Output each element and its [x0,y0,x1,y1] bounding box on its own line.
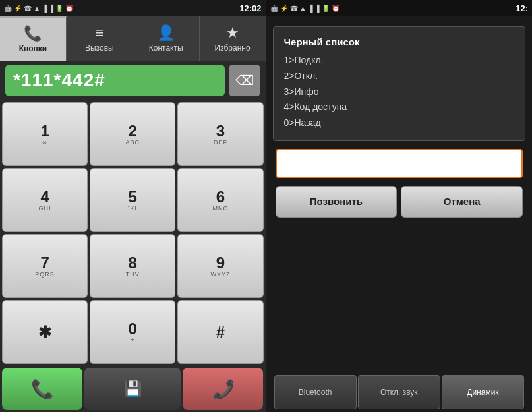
contacts-icon: 👤 [157,24,175,42]
key-sub-letters: ABC [125,139,140,146]
key-main-digit: 9 [216,255,225,271]
mute-button[interactable]: Откл. звук [358,375,440,409]
signal2-icon: ▐ [49,5,53,12]
tab-calls-label: Вызовы [85,44,114,53]
key-main-digit: 3 [216,123,225,139]
call-green-button[interactable]: 📞 [2,368,82,410]
alarm-icon: ⏰ [65,5,73,12]
tab-favorites-label: Избранно [214,44,250,53]
wifi-icon: ▲ [34,5,40,12]
keypad: 1∞2ABC3DEF4GHI5JKL6MNO7PQRS8TUV9WXYZ✱0+# [0,100,266,366]
key-sub-letters: TUV [126,271,140,278]
key-8-button[interactable]: 8TUV [90,234,175,298]
tab-calls[interactable]: ≡ Вызовы [67,16,133,61]
android-icon-r: 🤖 [270,5,278,12]
key-star-button[interactable]: ✱ [2,300,88,364]
dialog-item-2: 2>Откл. [284,69,515,84]
favorites-icon: ★ [226,24,239,42]
call-red-icon: 📞 [212,378,235,400]
key-main-digit: 0 [129,321,137,337]
key-sub-letters: MNO [212,205,228,212]
tab-bar: 📞 Кнопки ≡ Вызовы 👤 Контакты ★ Избранно [0,16,266,61]
tab-contacts-label: Контакты [149,44,183,53]
call-green-icon: 📞 [31,378,54,400]
dialog-item-4: 4>Код доступа [284,100,515,115]
key-sub-letters: WXYZ [210,271,230,278]
key-sub-letters: DEF [214,139,227,146]
alarm-icon-r: ⏰ [332,5,340,12]
dial-display[interactable]: *111*442# [5,65,225,96]
status-icons-left: 🤖 ⚡ ☎ ▲ ▐ ▐ 🔋 ⏰ [4,5,73,12]
key-sub-letters: ∞ [42,139,47,146]
dialog-area: Черный список 1>Подкл. 2>Откл. 3>Инфо 4>… [266,16,533,412]
status-icons-right: 🤖 ⚡ ☎ ▲ ▐ ▐ 🔋 ⏰ [270,5,340,12]
key-7-button[interactable]: 7PQRS [2,234,88,298]
save-icon: 💾 [124,380,142,397]
key-sub-letters: GHI [39,205,51,212]
key-sub-letters: PQRS [35,271,55,278]
signal1-icon-r: ▐ [308,5,312,12]
tab-keys-label: Кнопки [19,44,47,53]
tab-contacts[interactable]: 👤 Контакты [133,16,200,61]
bluetooth-button[interactable]: Bluetooth [274,375,357,409]
key-sub-letters: + [131,337,134,343]
key-sub-letters: JKL [127,205,139,212]
key-1-button[interactable]: 1∞ [2,102,88,166]
left-panel: 🤖 ⚡ ☎ ▲ ▐ ▐ 🔋 ⏰ 12:02 📞 Кнопки ≡ Вызовы … [0,0,266,412]
dialog-item-1: 1>Подкл. [284,53,515,69]
battery-icon: 🔋 [55,5,63,12]
key-0-button[interactable]: 0+ [90,300,175,364]
keys-icon: 📞 [24,25,42,42]
phone-icon: ☎ [24,5,32,12]
save-button[interactable]: 💾 [84,368,181,410]
dialog-item-3: 3>Инфо [284,84,515,100]
key-main-digit: 5 [129,189,137,205]
status-bar-left: 🤖 ⚡ ☎ ▲ ▐ ▐ 🔋 ⏰ 12:02 [0,0,266,16]
status-time-right: 12: [516,3,528,13]
ussd-input-field[interactable] [276,149,523,178]
audio-options-row: Bluetooth Откл. звук Динамик [273,375,526,412]
key-main-digit: 2 [129,123,137,139]
action-buttons: Позвонить Отмена [276,186,523,218]
cancel-action-button[interactable]: Отмена [401,186,523,218]
tab-keys[interactable]: 📞 Кнопки [0,16,67,61]
right-panel: 🤖 ⚡ ☎ ▲ ▐ ▐ 🔋 ⏰ 12: Черный список 1>Подк… [266,0,533,412]
status-time-left: 12:02 [239,3,261,13]
tab-favorites[interactable]: ★ Избранно [200,16,266,61]
key-3-button[interactable]: 3DEF [177,102,263,166]
wifi-icon-r: ▲ [300,5,307,12]
ussd-dialog: Черный список 1>Подкл. 2>Откл. 3>Инфо 4>… [273,26,526,141]
battery-icon-r: 🔋 [322,5,330,12]
call-action-button[interactable]: Позвонить [276,186,398,218]
usb-icon-r: ⚡ [280,5,288,12]
speaker-button[interactable]: Динамик [442,375,524,409]
key-hash-button[interactable]: # [177,300,263,364]
status-bar-right: 🤖 ⚡ ☎ ▲ ▐ ▐ 🔋 ⏰ 12: [266,0,533,16]
dial-input-row: *111*442# ⌫ [0,61,266,100]
dialog-title: Черный список [284,36,515,47]
key-main-digit: 1 [40,123,49,139]
key-main-digit: 4 [40,189,49,205]
bottom-action-row: 📞 💾 📞 [0,366,266,412]
phone-icon-r: ☎ [290,5,298,12]
key-main-digit: 6 [216,189,225,205]
key-main-digit: 8 [129,255,137,271]
key-main-digit: ✱ [38,324,51,340]
key-6-button[interactable]: 6MNO [177,168,263,232]
key-9-button[interactable]: 9WXYZ [177,234,263,298]
call-red-button[interactable]: 📞 [183,368,263,410]
android-icon: 🤖 [4,5,12,12]
key-2-button[interactable]: 2ABC [90,102,175,166]
signal2-icon-r: ▐ [315,5,320,12]
usb-icon: ⚡ [14,5,22,12]
key-main-digit: 7 [40,255,49,271]
signal1-icon: ▐ [42,5,47,12]
backspace-button[interactable]: ⌫ [229,65,260,96]
key-4-button[interactable]: 4GHI [2,168,88,232]
calls-icon: ≡ [95,24,103,42]
key-5-button[interactable]: 5JKL [90,168,175,232]
key-main-digit: # [216,324,225,340]
dialog-item-5: 0>Назад [284,115,515,131]
